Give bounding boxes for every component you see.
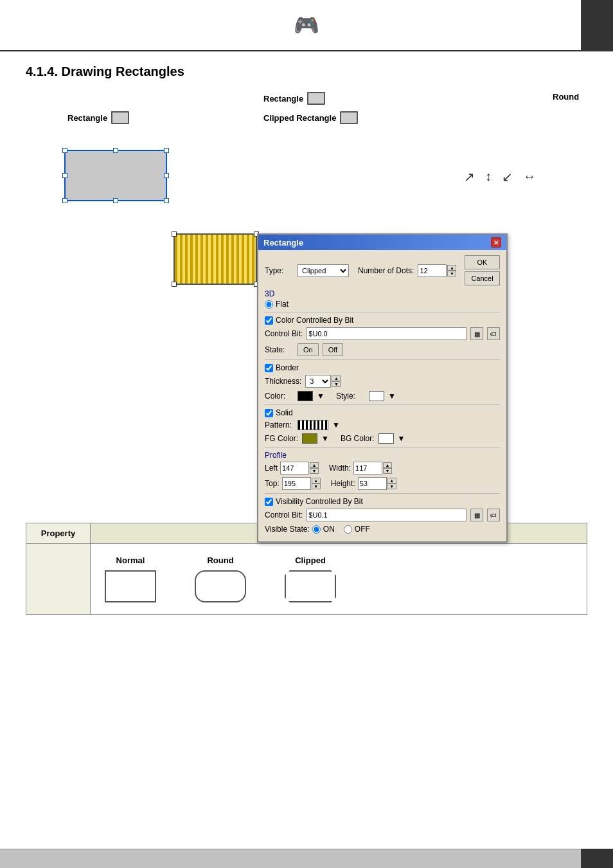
selected-rectangle	[64, 150, 167, 201]
height-input[interactable]	[358, 477, 387, 490]
thickness-select[interactable]: 3124	[305, 375, 331, 388]
fg-color-swatch[interactable]	[302, 433, 317, 444]
striped-handle-tl[interactable]	[172, 231, 177, 237]
rect-type-label-2: Rectangle	[67, 111, 129, 124]
control-bit2-input[interactable]	[306, 509, 466, 521]
rect-label-3-text: Clipped Rectangle	[263, 113, 336, 123]
fg-dropdown-arrow[interactable]: ▼	[321, 434, 329, 443]
rect-icon-2	[111, 111, 129, 124]
left-spinner: ▲ ▼	[280, 462, 319, 475]
handle-tl[interactable]	[62, 148, 67, 153]
flat-radio-row: Flat	[265, 300, 500, 309]
handle-tr[interactable]	[164, 148, 169, 153]
left-input[interactable]	[280, 462, 309, 475]
bg-dropdown-arrow[interactable]: ▼	[398, 434, 405, 443]
rect-icon-3	[340, 111, 358, 124]
handle-br[interactable]	[164, 198, 169, 203]
handle-bc[interactable]	[113, 198, 118, 203]
dots-spin-up[interactable]: ▲	[447, 265, 456, 271]
control-bit-grid-btn[interactable]: ▦	[470, 327, 483, 340]
top-spin-down[interactable]: ▼	[312, 484, 321, 489]
rect-label-2-text: Rectangle	[67, 113, 107, 123]
control-bit-tag-btn[interactable]: 🏷	[487, 327, 500, 340]
color-controlled-row: Color Controlled By Bit	[265, 316, 500, 325]
visibility-label: Visibility Controlled By Bit	[276, 497, 363, 506]
control-bit-row: Control Bit: ▦ 🏷	[265, 327, 500, 340]
state-off-btn[interactable]: Off	[323, 343, 343, 356]
striped-handle-bl[interactable]	[172, 282, 177, 287]
state-on-btn[interactable]: On	[298, 343, 319, 356]
handle-mr[interactable]	[164, 173, 169, 178]
dialog-body: Type: Clipped Normal Round Number of Dot…	[258, 250, 506, 541]
arrow-vertical: ↕	[485, 169, 492, 185]
section-title: 4.1.4. Drawing Rectangles	[26, 64, 587, 79]
color-dropdown-arrow[interactable]: ▼	[317, 392, 324, 401]
divider-5	[265, 493, 500, 494]
style-dropdown-arrow[interactable]: ▼	[388, 392, 396, 401]
cancel-button[interactable]: Cancel	[465, 271, 500, 285]
color-swatch[interactable]	[298, 391, 313, 401]
rect-type-label-3: Clipped Rectangle	[263, 111, 358, 124]
arrow-diagonal1: ↗	[464, 169, 475, 185]
canvas-area: ↗ ↕ ↙ ↔	[26, 137, 587, 221]
flat-label: Flat	[276, 300, 289, 309]
solid-checkbox[interactable]	[265, 409, 273, 417]
top-input[interactable]	[282, 477, 311, 490]
dots-input[interactable]: 12	[418, 264, 447, 277]
dots-spin-down[interactable]: ▼	[447, 271, 456, 276]
width-input[interactable]	[353, 462, 382, 475]
table-header-property: Property	[26, 523, 91, 544]
bg-color-swatch[interactable]	[378, 433, 394, 444]
pattern-row: Pattern: ▼	[265, 420, 500, 430]
top-cell: Top: ▲ ▼	[265, 477, 321, 490]
pattern-dropdown-arrow[interactable]: ▼	[332, 420, 340, 429]
ok-cancel-buttons: OK Cancel	[465, 255, 500, 285]
description-cell: Normal Round Clipped	[91, 544, 587, 615]
main-content: 4.1.4. Drawing Rectangles Rectangle Roun…	[0, 51, 613, 628]
property-cell	[26, 544, 91, 615]
ok-button[interactable]: OK	[465, 255, 500, 269]
flat-radio[interactable]	[265, 300, 273, 309]
arrow-diagonal2: ↙	[502, 169, 513, 185]
vis-off-radio[interactable]	[344, 525, 352, 534]
color-label: Color:	[265, 392, 294, 401]
thickness-spin-down[interactable]: ▼	[332, 381, 341, 387]
height-spin-up[interactable]: ▲	[387, 478, 396, 484]
handle-tc[interactable]	[113, 148, 118, 153]
border-label: Border	[276, 363, 299, 372]
width-spin-down[interactable]: ▼	[383, 468, 392, 474]
color-controlled-checkbox[interactable]	[265, 316, 273, 325]
control-bit2-tag-btn[interactable]: 🏷	[487, 509, 500, 521]
color-controlled-label: Color Controlled By Bit	[276, 316, 353, 325]
type-select[interactable]: Clipped Normal Round	[298, 264, 349, 277]
profile-row-2: Top: ▲ ▼ Height:	[265, 477, 500, 490]
handle-bl[interactable]	[62, 198, 67, 203]
dialog-title-bar: Rectangle ✕	[258, 235, 506, 250]
pattern-swatch[interactable]	[298, 420, 328, 430]
control-bit2-grid-btn[interactable]: ▦	[470, 509, 483, 521]
style-label: Style:	[336, 392, 365, 401]
style-swatch[interactable]	[369, 391, 384, 401]
state-label: State:	[265, 345, 294, 354]
visibility-checkbox[interactable]	[265, 498, 273, 506]
color-style-row: Color: ▼ Style: ▼	[265, 391, 500, 401]
width-spin-up[interactable]: ▲	[383, 462, 392, 468]
height-spin-down[interactable]: ▼	[387, 484, 396, 489]
type-row: Type: Clipped Normal Round Number of Dot…	[265, 264, 459, 277]
dialog-title: Rectangle	[263, 238, 303, 248]
left-spin-down[interactable]: ▼	[310, 468, 319, 474]
thickness-spin-up[interactable]: ▲	[332, 375, 341, 381]
profile-section-label: Profile	[265, 451, 500, 460]
handle-ml[interactable]	[62, 173, 67, 178]
dialog-close-button[interactable]: ✕	[491, 237, 501, 248]
dots-label: Number of Dots:	[358, 266, 414, 275]
width-cell: Width: ▲ ▼	[329, 462, 392, 475]
visibility-row: Visibility Controlled By Bit	[265, 497, 500, 506]
top-spin-up[interactable]: ▲	[312, 478, 321, 484]
border-checkbox[interactable]	[265, 364, 273, 372]
state-row: State: On Off	[265, 343, 500, 356]
thickness-row: Thickness: 3124 ▲ ▼	[265, 375, 500, 388]
left-spin-up[interactable]: ▲	[310, 462, 319, 468]
control-bit-input[interactable]	[306, 327, 466, 340]
vis-on-radio[interactable]	[312, 525, 321, 534]
